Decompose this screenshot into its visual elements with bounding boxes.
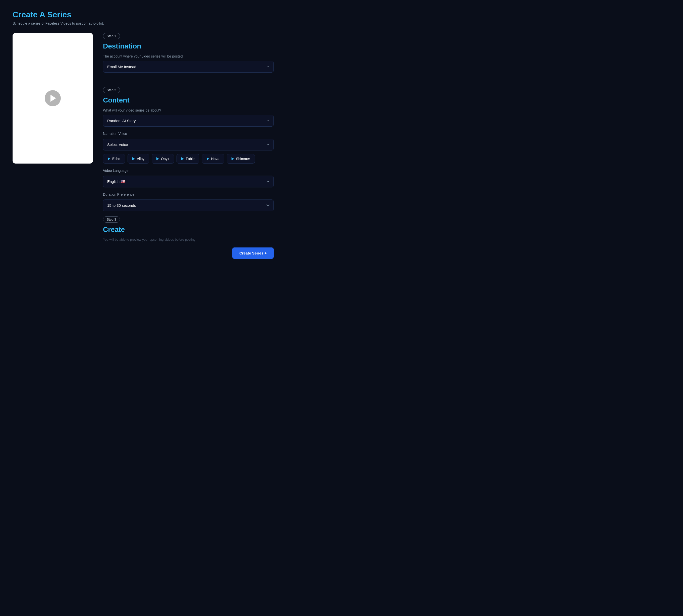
- destination-field: Email Me Instead YouTube TikTok Instagra…: [103, 61, 274, 73]
- alloy-label: Alloy: [137, 157, 144, 161]
- page-subtitle: Schedule a series of Faceless Videos to …: [13, 21, 670, 25]
- language-label: Video Language: [103, 169, 274, 173]
- title-prefix: Create A: [13, 10, 47, 19]
- play-button[interactable]: [45, 90, 61, 106]
- main-layout: Step 1 Destination The account where you…: [13, 33, 670, 259]
- play-icon: [50, 95, 56, 102]
- destination-select[interactable]: Email Me Instead YouTube TikTok Instagra…: [103, 61, 274, 73]
- voice-buttons-group: Echo Alloy Onyx Fable: [103, 154, 274, 163]
- content-field-group: What will your video series be about? Ra…: [103, 108, 274, 127]
- shimmer-play-icon: [231, 157, 234, 160]
- title-highlight: Series: [47, 10, 71, 19]
- video-preview: [13, 33, 93, 163]
- section-divider-1: [103, 80, 274, 80]
- step1-section: Step 1 Destination The account where you…: [103, 33, 274, 73]
- alloy-play-icon: [132, 157, 135, 160]
- language-field-group: Video Language English 🇺🇸 Spanish French…: [103, 169, 274, 188]
- page-title: Create A Series: [13, 10, 670, 19]
- voice-btn-nova[interactable]: Nova: [202, 154, 224, 163]
- voice-btn-echo[interactable]: Echo: [103, 154, 125, 163]
- narration-select[interactable]: Select Voice Echo Alloy Onyx Fable Nova …: [103, 139, 274, 151]
- step2-title: Content: [103, 96, 274, 104]
- create-series-button[interactable]: Create Series +: [232, 247, 274, 259]
- shimmer-label: Shimmer: [236, 157, 250, 161]
- voice-btn-alloy[interactable]: Alloy: [128, 154, 149, 163]
- onyx-label: Onyx: [161, 157, 169, 161]
- narration-label: Narration Voice: [103, 132, 274, 136]
- nova-label: Nova: [211, 157, 220, 161]
- destination-label: The account where your video series will…: [103, 54, 274, 58]
- step2-section: Step 2 Content What will your video seri…: [103, 87, 274, 211]
- echo-play-icon: [108, 157, 110, 160]
- duration-field-group: Duration Preference 15 to 30 seconds 30 …: [103, 193, 274, 211]
- fable-play-icon: [181, 157, 184, 160]
- language-select[interactable]: English 🇺🇸 Spanish French German: [103, 176, 274, 188]
- step3-badge: Step 3: [103, 216, 120, 223]
- fable-label: Fable: [186, 157, 195, 161]
- voice-btn-onyx[interactable]: Onyx: [152, 154, 174, 163]
- step1-badge: Step 1: [103, 33, 120, 39]
- step3-title: Create: [103, 226, 274, 234]
- duration-label: Duration Preference: [103, 193, 274, 196]
- content-select[interactable]: Random AI Story Custom Topic Tech News M…: [103, 115, 274, 127]
- step2-badge: Step 2: [103, 87, 120, 93]
- voice-btn-shimmer[interactable]: Shimmer: [227, 154, 255, 163]
- create-note: You will be able to preview your upcomin…: [103, 238, 274, 241]
- content-label: What will your video series be about?: [103, 108, 274, 112]
- duration-select[interactable]: 15 to 30 seconds 30 to 60 seconds 1 to 2…: [103, 199, 274, 211]
- step3-section: Step 3 Create You will be able to previe…: [103, 216, 274, 259]
- nova-play-icon: [207, 157, 209, 160]
- form-section: Step 1 Destination The account where you…: [103, 33, 274, 259]
- echo-label: Echo: [112, 157, 120, 161]
- step1-title: Destination: [103, 42, 274, 50]
- page-header: Create A Series Schedule a series of Fac…: [13, 10, 670, 25]
- onyx-play-icon: [156, 157, 159, 160]
- narration-field-group: Narration Voice Select Voice Echo Alloy …: [103, 132, 274, 163]
- voice-btn-fable[interactable]: Fable: [177, 154, 199, 163]
